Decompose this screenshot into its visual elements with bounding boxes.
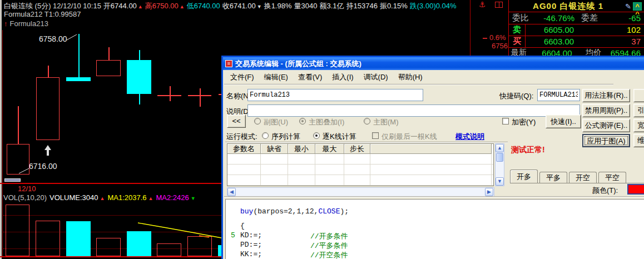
parameter-table-body xyxy=(227,154,493,186)
side-button-clipped[interactable]: 引 xyxy=(633,104,644,117)
quote-field: 低6740.00 xyxy=(187,2,220,10)
trend-arrow-icon: ▲ xyxy=(138,4,143,9)
parameter-table[interactable]: 参数名缺省最小最大步长 xyxy=(227,143,494,186)
chart-high-label: 6758.00 xyxy=(39,34,67,43)
dialog-titlebar[interactable]: ≡ 交易系统编辑 - (所属公式组 : 交易系统) xyxy=(223,57,644,70)
table-row[interactable] xyxy=(227,175,493,186)
table-row[interactable] xyxy=(227,165,493,175)
scroll-left-button[interactable]: ◀ xyxy=(227,188,236,196)
volume-bar xyxy=(157,243,181,256)
tab-开空[interactable]: 开空 xyxy=(569,172,597,183)
table-cell xyxy=(288,175,315,185)
axis-price-label: 6756 xyxy=(492,42,508,50)
side-button-clipped[interactable]: 宽 xyxy=(633,119,644,132)
quote-field: 振0.15% xyxy=(380,2,408,10)
volume-pane-bottom-border xyxy=(0,256,221,257)
radio-mainchart[interactable] xyxy=(364,118,370,124)
menu-item[interactable]: 调试(D) xyxy=(359,71,393,83)
color-swatch[interactable] xyxy=(627,184,644,195)
table-row[interactable] xyxy=(227,154,493,165)
chart-scrollbar-thumb[interactable] xyxy=(4,178,21,182)
name-input[interactable] xyxy=(247,89,423,101)
dialog-menubar: 文件(F)编辑(E)查看(V)插入(I)调试(D)帮助(H) xyxy=(223,70,644,84)
tab-平空[interactable]: 平空 xyxy=(598,172,626,183)
dialog-app-icon: ≡ xyxy=(225,60,232,67)
anchor-pin-icon[interactable]: ⚓ xyxy=(479,1,486,9)
tab-开多[interactable]: 开多 xyxy=(510,170,538,183)
volume-header-field: MA1:2037.6 xyxy=(107,193,146,202)
table-cell xyxy=(315,165,344,175)
table-header-cell[interactable]: 最小 xyxy=(288,144,315,154)
radio-perbar-calc[interactable] xyxy=(313,132,320,139)
collapse-button[interactable]: << xyxy=(227,114,246,128)
table-header-cell[interactable]: 最大 xyxy=(315,144,344,154)
candlestick xyxy=(7,144,29,175)
table-vscrollbar[interactable]: ▲ ▼ xyxy=(495,143,504,186)
candle-wick xyxy=(108,47,110,60)
table-cell xyxy=(261,165,288,175)
axis-percent-label: 0.6% xyxy=(489,33,506,42)
table-cell xyxy=(261,154,288,164)
quote-field: 开6744.00 xyxy=(103,2,137,10)
menu-item[interactable]: 插入(I) xyxy=(327,71,358,83)
code-line-brace: { xyxy=(240,222,245,230)
tab-平多[interactable]: 平多 xyxy=(539,172,567,183)
side-button[interactable]: 用法注释(R).. xyxy=(582,89,630,102)
side-button[interactable]: 应用于图(A) xyxy=(582,134,630,147)
radio-sequence-calc[interactable] xyxy=(262,132,269,139)
table-cell xyxy=(315,186,344,186)
table-cell xyxy=(370,175,492,185)
refresh-lastbar-checkbox[interactable] xyxy=(372,132,379,139)
volume-bar xyxy=(6,205,29,256)
table-cell xyxy=(344,154,370,164)
candle-wick xyxy=(139,94,140,104)
side-button[interactable]: 公式测评(E).. xyxy=(582,119,630,132)
table-cell xyxy=(344,165,370,175)
chart-x-axis xyxy=(0,183,221,184)
tab-baseline xyxy=(510,183,644,183)
candlestick xyxy=(96,60,121,76)
quick-button[interactable]: 快速(I).. xyxy=(546,114,581,128)
volume-bar xyxy=(96,238,121,256)
quote-field: 跌(3.00)0.04% xyxy=(410,2,457,10)
mode-help-link[interactable]: 模式说明 xyxy=(455,132,484,142)
chart-frame-right xyxy=(470,0,470,56)
menu-item[interactable]: 帮助(H) xyxy=(393,71,428,83)
vscroll-thumb[interactable] xyxy=(496,153,503,162)
split-window-icon[interactable] xyxy=(495,2,503,8)
radio-overlay[interactable] xyxy=(299,118,306,124)
scroll-up-button[interactable]: ▲ xyxy=(496,144,504,152)
table-hscrollbar[interactable]: ◀ ▶ xyxy=(227,187,494,197)
pen-edit-icon[interactable]: ✎ xyxy=(625,2,631,11)
code-token: (barpos=2,1,12, xyxy=(253,207,318,216)
weibi-row: 委比 -46.76% 委差 -65 xyxy=(509,12,644,24)
menu-item[interactable]: 编辑(E) xyxy=(259,71,293,83)
table-header-cell[interactable]: 缺省 xyxy=(261,144,288,154)
gridline xyxy=(3,215,221,216)
code-token: buy xyxy=(240,207,253,216)
volume-bar xyxy=(36,221,60,256)
table-header-cell[interactable]: 步长 xyxy=(344,144,370,154)
code-comment: //开空条件 xyxy=(310,250,348,259)
scroll-down-button[interactable]: ▼ xyxy=(496,177,504,186)
hotkey-input[interactable] xyxy=(537,89,580,101)
side-button-clipped[interactable] xyxy=(633,89,644,102)
formula-code-editor[interactable]: buy(barpos=2,1,12,CLOSE); { 5 KD:=;//开多条… xyxy=(225,199,644,259)
menu-item[interactable]: 文件(F) xyxy=(225,71,259,83)
side-button[interactable]: 禁用周期(P).. xyxy=(582,104,630,117)
candle-wick xyxy=(48,66,49,77)
expand-up-badge-icon[interactable]: ^^ xyxy=(633,2,642,11)
trading-app-screen: 白银连续 (5分) 12/12/10 10:15开6744.00▲高6750.0… xyxy=(0,0,644,259)
table-cell xyxy=(344,175,370,185)
trend-arrow-icon: ▼ xyxy=(191,196,196,201)
menu-item[interactable]: 查看(V) xyxy=(293,71,327,83)
table-header-cell[interactable]: 参数名 xyxy=(227,144,261,154)
radio-subchart[interactable] xyxy=(254,118,261,124)
contract-title: AG00 白银连续 1 xyxy=(511,1,625,12)
scroll-right-button[interactable]: ▶ xyxy=(485,188,493,196)
table-row[interactable] xyxy=(227,186,493,186)
description-input[interactable] xyxy=(247,104,580,117)
candle-wick xyxy=(139,50,140,60)
side-button-clipped[interactable]: 维 xyxy=(633,134,644,147)
encrypt-checkbox[interactable] xyxy=(502,118,509,124)
